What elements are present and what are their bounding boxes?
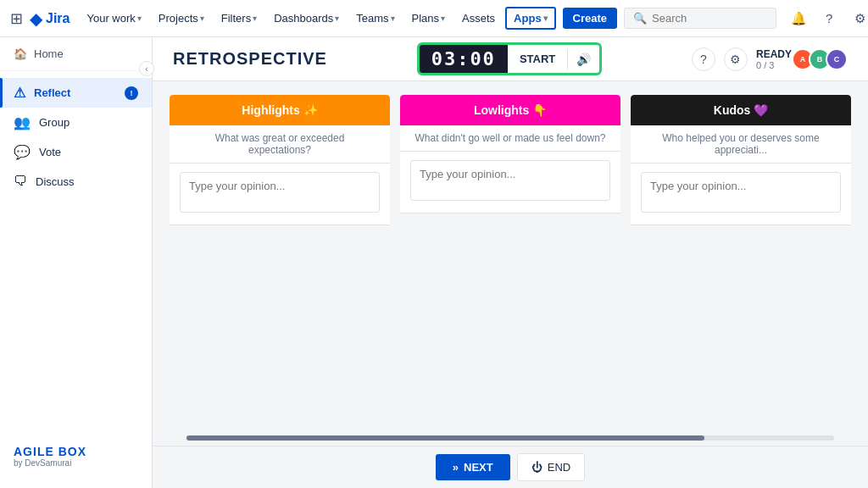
topnav-plans[interactable]: Plans ▾: [405, 8, 453, 28]
chevron-down-icon: ▾: [253, 14, 257, 23]
reflect-icon: ⚠: [14, 85, 25, 101]
main-content: RETROSPECTIVE 03:00 START 🔊 ? ⚙ READY 0 …: [153, 37, 868, 488]
notifications-button[interactable]: 🔔: [787, 7, 810, 30]
page-title: RETROSPECTIVE: [173, 49, 327, 69]
search-input[interactable]: [652, 12, 771, 25]
jira-logo-icon: ◆: [30, 8, 42, 29]
sidebar-item-reflect[interactable]: ⚠ Reflect !: [0, 78, 152, 108]
header-right: ? ⚙ READY 0 / 3 A B C: [692, 47, 848, 71]
next-icon: »: [453, 461, 459, 474]
lowlights-header: Lowlights 👇: [400, 95, 620, 125]
header-help-button[interactable]: ?: [692, 47, 715, 71]
timer-display: 03:00: [420, 45, 508, 73]
sound-icon: 🔊: [576, 53, 591, 66]
bottom-bar: » NEXT ⏻ END: [153, 446, 868, 488]
lowlights-input[interactable]: [410, 160, 610, 201]
columns-wrapper: Highlights ✨ What was great or exceeded …: [153, 81, 868, 446]
discuss-icon: 🗨: [14, 174, 27, 189]
jira-logo[interactable]: ◆ Jira: [30, 8, 70, 29]
chevron-down-icon: ▾: [200, 14, 204, 23]
highlights-body: [170, 225, 390, 430]
highlights-column: Highlights ✨ What was great or exceeded …: [170, 95, 390, 430]
topnav-assets[interactable]: Assets: [455, 8, 502, 28]
kudos-input-area: [631, 164, 851, 225]
home-icon: 🏠: [14, 47, 27, 60]
power-icon: ⏻: [531, 461, 542, 474]
kudos-body: [631, 225, 851, 430]
vote-icon: 💬: [14, 144, 31, 160]
main-layout: 🏠 Home ⚠ Reflect ! 👥 Group 💬 Vote: [0, 37, 868, 488]
kudos-subtitle: Who helped you or deserves some apprecia…: [631, 125, 851, 164]
ready-avatars: A B C: [797, 48, 848, 70]
brand-subtitle: by DevSamurai: [14, 458, 138, 468]
sidebar-home[interactable]: 🏠 Home: [0, 37, 152, 71]
timer-sound-button[interactable]: 🔊: [567, 49, 599, 69]
create-button[interactable]: Create: [563, 8, 617, 29]
timer-start-button[interactable]: START: [508, 49, 567, 69]
topnav-projects[interactable]: Projects ▾: [152, 8, 211, 28]
lowlights-subtitle: What didn't go well or made us feel down…: [400, 125, 620, 152]
kudos-header: Kudos 💜: [631, 95, 851, 125]
brand-title: AGILE BOX: [14, 445, 138, 458]
sidebar-item-group-label: Group: [39, 116, 70, 129]
kudos-column: Kudos 💜 Who helped you or deserves some …: [631, 95, 851, 430]
ready-label: READY: [756, 48, 792, 60]
highlights-input[interactable]: [180, 172, 380, 213]
next-label: NEXT: [464, 461, 493, 474]
topnav-your-work[interactable]: Your work ▾: [80, 8, 147, 28]
topnav-actions: 🔔 ? ⚙ U: [787, 7, 868, 30]
jira-logo-text: Jira: [46, 11, 70, 26]
highlights-subtitle: What was great or exceeded expectations?: [170, 125, 390, 164]
lowlights-column: Lowlights 👇 What didn't go well or made …: [400, 95, 620, 430]
avatar-3: C: [826, 48, 848, 70]
topnav-apps[interactable]: Apps ▾: [505, 7, 556, 30]
search-box[interactable]: 🔍: [624, 8, 776, 29]
group-icon: 👥: [14, 114, 31, 130]
grid-icon[interactable]: ⊞: [10, 9, 23, 28]
chevron-down-icon: ▾: [137, 14, 142, 23]
settings-button[interactable]: ⚙: [848, 7, 868, 30]
sidebar-nav: ⚠ Reflect ! 👥 Group 💬 Vote 🗨 Discuss: [0, 71, 152, 202]
search-icon: 🔍: [633, 12, 647, 25]
chevron-down-icon: ▾: [543, 14, 548, 23]
sidebar-item-group[interactable]: 👥 Group: [0, 108, 152, 137]
sidebar-home-label: Home: [34, 47, 64, 60]
highlights-input-area: [170, 164, 390, 225]
scrollbar-track: [186, 435, 834, 441]
sidebar-item-vote-label: Vote: [39, 146, 61, 158]
chevron-down-icon: ▾: [335, 14, 339, 23]
timer-container: 03:00 START 🔊: [417, 42, 603, 75]
horizontal-scrollbar[interactable]: [170, 430, 851, 446]
content-header: RETROSPECTIVE 03:00 START 🔊 ? ⚙ READY 0 …: [153, 37, 868, 81]
topnav-filters[interactable]: Filters ▾: [214, 8, 264, 28]
lowlights-body: [400, 214, 620, 430]
end-button[interactable]: ⏻ END: [517, 453, 585, 481]
sidebar-item-discuss-label: Discuss: [36, 175, 75, 188]
chevron-down-icon: ▾: [441, 14, 445, 23]
sidebar-brand: AGILE BOX by DevSamurai: [0, 435, 152, 478]
sidebar-item-discuss[interactable]: 🗨 Discuss: [0, 167, 152, 196]
reflect-badge: !: [125, 86, 138, 100]
sidebar-collapse-button[interactable]: ‹: [139, 61, 154, 76]
topnav-teams[interactable]: Teams ▾: [349, 8, 401, 28]
kudos-input[interactable]: [641, 172, 841, 213]
scrollbar-thumb: [186, 435, 704, 441]
lowlights-input-area: [400, 152, 620, 214]
topnav: ⊞ ◆ Jira Your work ▾ Projects ▾ Filters …: [0, 0, 868, 37]
header-settings-button[interactable]: ⚙: [724, 47, 748, 71]
next-button[interactable]: » NEXT: [436, 454, 510, 480]
topnav-dashboards[interactable]: Dashboards ▾: [267, 8, 346, 28]
ready-section: READY 0 / 3 A B C: [756, 48, 848, 70]
end-label: END: [548, 461, 570, 474]
sidebar-item-reflect-label: Reflect: [34, 86, 70, 99]
sidebar-item-vote[interactable]: 💬 Vote: [0, 137, 152, 167]
chevron-down-icon: ▾: [391, 14, 395, 23]
columns-container: Highlights ✨ What was great or exceeded …: [170, 95, 851, 430]
help-button[interactable]: ?: [817, 7, 841, 30]
ready-count: 0 / 3: [756, 60, 792, 70]
highlights-header: Highlights ✨: [170, 95, 390, 125]
sidebar: 🏠 Home ⚠ Reflect ! 👥 Group 💬 Vote: [0, 37, 153, 488]
